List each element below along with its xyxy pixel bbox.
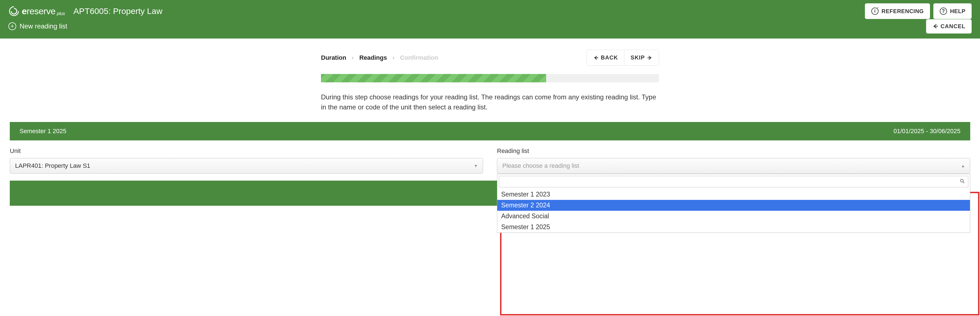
svg-point-5 <box>961 179 963 182</box>
unit-select[interactable]: LAPR401: Property Law S1 ▼ <box>10 158 483 174</box>
referencing-label: REFERENCING <box>882 8 924 14</box>
arrow-left-icon <box>932 23 939 29</box>
arrow-right-icon <box>647 55 652 60</box>
help-button[interactable]: ? HELP <box>933 3 972 19</box>
logo-text: ereserve <box>22 6 56 16</box>
referencing-button[interactable]: i " REFERENCING <box>865 3 930 19</box>
unit-column: Unit LAPR401: Property Law S1 ▼ <box>10 148 483 174</box>
cancel-button[interactable]: CANCEL <box>926 19 972 33</box>
search-icon <box>960 179 965 185</box>
caret-down-icon: ▼ <box>474 164 478 168</box>
unit-value: LAPR401: Property Law S1 <box>15 162 90 170</box>
form-section: Semester 1 2025 01/01/2025 - 30/06/2025 … <box>0 122 980 206</box>
main-content: Duration › Readings › Confirmation BACK … <box>0 38 980 206</box>
subheader: + New reading list CANCEL <box>0 22 980 38</box>
caret-up-icon: ▲ <box>961 164 965 168</box>
reading-list-select[interactable]: Please choose a reading list ▲ <box>497 158 970 174</box>
svg-text:?: ? <box>942 8 945 14</box>
new-reading-list-link[interactable]: + New reading list <box>8 22 67 30</box>
cancel-label: CANCEL <box>940 23 966 30</box>
app-header: ereserve plus APT6005: Property Law i " … <box>0 0 980 22</box>
svg-text:": " <box>877 7 878 10</box>
arrow-left-icon <box>593 55 599 60</box>
help-label: HELP <box>950 8 966 14</box>
chevron-right-icon: › <box>352 54 354 61</box>
svg-line-6 <box>963 182 964 183</box>
skip-label: SKIP <box>630 54 645 61</box>
info-quote-icon: i " <box>871 7 879 15</box>
skip-button[interactable]: SKIP <box>624 50 659 65</box>
dropdown-option[interactable]: Semester 2 2024 <box>497 200 970 211</box>
breadcrumb-step-readings[interactable]: Readings <box>359 54 387 62</box>
plus-circle-icon: + <box>8 22 16 30</box>
page-title: APT6005: Property Law <box>73 6 162 16</box>
unit-label: Unit <box>10 148 483 155</box>
progress-fill <box>321 74 546 83</box>
svg-text:i: i <box>874 9 875 13</box>
breadcrumb: Duration › Readings › Confirmation <box>321 54 438 62</box>
back-button[interactable]: BACK <box>587 50 625 65</box>
reading-list-column: Reading list Please choose a reading lis… <box>483 148 970 174</box>
new-list-label: New reading list <box>19 22 67 30</box>
breadcrumb-step-duration[interactable]: Duration <box>321 54 346 62</box>
breadcrumb-step-confirmation: Confirmation <box>400 54 438 62</box>
back-label: BACK <box>601 54 618 61</box>
dropdown-option[interactable]: Semester 1 2023 <box>497 189 970 200</box>
logo-subtext: plus <box>57 11 65 16</box>
chevron-right-icon: › <box>393 54 395 61</box>
dropdown-option[interactable]: Semester 1 2025 <box>497 222 970 233</box>
reading-list-dropdown: Semester 1 2023 Semester 2 2024 Advanced… <box>497 174 970 233</box>
semester-label: Semester 1 2025 <box>19 127 67 135</box>
breadcrumb-row: Duration › Readings › Confirmation BACK … <box>321 50 659 66</box>
app-logo: ereserve plus <box>8 6 65 17</box>
dropdown-search-input[interactable] <box>499 176 968 187</box>
help-icon: ? <box>940 7 947 15</box>
reading-list-placeholder: Please choose a reading list <box>502 162 579 170</box>
step-description: During this step choose readings for you… <box>321 92 659 112</box>
progress-bar <box>321 74 659 83</box>
form-row: Unit LAPR401: Property Law S1 ▼ Reading … <box>0 140 980 181</box>
dropdown-search-wrap <box>497 174 970 189</box>
semester-dates: 01/01/2025 - 30/06/2025 <box>893 127 961 135</box>
nav-button-group: BACK SKIP <box>587 50 659 66</box>
header-button-group: i " REFERENCING ? HELP <box>865 3 972 19</box>
swirl-icon <box>8 6 19 17</box>
semester-header: Semester 1 2025 01/01/2025 - 30/06/2025 <box>10 122 970 140</box>
reading-list-label: Reading list <box>497 148 970 155</box>
dropdown-option[interactable]: Advanced Social <box>497 211 970 222</box>
